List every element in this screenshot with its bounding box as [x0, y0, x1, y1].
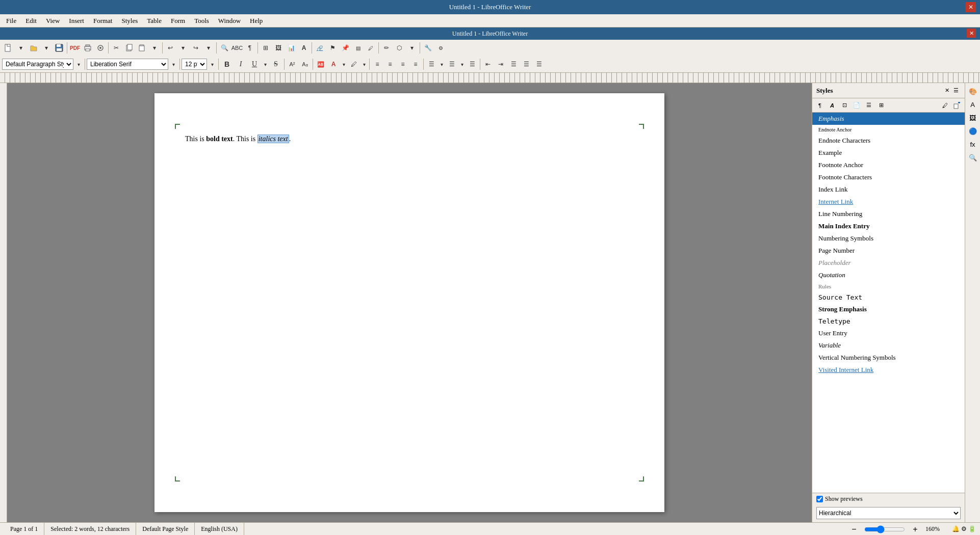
sidebar-find-btn[interactable]: 🔍: [967, 151, 979, 164]
indent-list-decrease[interactable]: ☰: [507, 58, 520, 70]
bookmark-button[interactable]: ⚑: [326, 42, 339, 54]
clear-format-button[interactable]: 🆎: [315, 58, 327, 70]
chart-button[interactable]: 📊: [285, 42, 297, 54]
style-item-endnote-anchor[interactable]: Endnote Anchor: [812, 125, 965, 135]
menu-view[interactable]: View: [42, 16, 64, 26]
doc-close-button[interactable]: ✕: [967, 29, 976, 38]
shapes-dropdown-button[interactable]: ▾: [406, 42, 418, 54]
subscript-button[interactable]: A₂: [299, 58, 311, 70]
doc-area[interactable]: This is bold text. This is italics text.: [7, 83, 812, 522]
style-item-main-index-entry[interactable]: Main Index Entry: [812, 220, 965, 232]
save-button[interactable]: [53, 42, 65, 54]
styles-list-btn[interactable]: ☰: [863, 100, 874, 111]
hyperlink-button[interactable]: 🔗: [314, 42, 326, 54]
para-spacing-button[interactable]: ☰: [533, 58, 545, 70]
styles-character-btn[interactable]: A: [827, 100, 838, 111]
menu-form[interactable]: Form: [167, 16, 189, 26]
copy-button[interactable]: [123, 42, 135, 54]
style-item-teletype[interactable]: Teletype: [812, 315, 965, 327]
menu-styles[interactable]: Styles: [117, 16, 142, 26]
number-list-button[interactable]: ☰: [446, 58, 458, 70]
print-button[interactable]: [82, 42, 94, 54]
menu-window[interactable]: Window: [214, 16, 245, 26]
styles-table-btn[interactable]: ⊞: [875, 100, 887, 111]
style-item-example[interactable]: Example: [812, 147, 965, 159]
font-name-dropdown[interactable]: ▾: [169, 58, 178, 70]
styles-menu-button[interactable]: ☰: [951, 86, 961, 95]
properties-button[interactable]: 🔧: [422, 42, 434, 54]
bold-button[interactable]: B: [220, 58, 234, 70]
underline-dropdown[interactable]: ▾: [262, 58, 269, 70]
number-dropdown[interactable]: ▾: [458, 58, 466, 70]
style-item-rules[interactable]: Rules: [812, 281, 965, 291]
styles-page-btn[interactable]: 📄: [851, 100, 862, 111]
caption-button[interactable]: 🖊: [365, 42, 377, 54]
menu-insert[interactable]: Insert: [65, 16, 88, 26]
underline-button[interactable]: U: [248, 58, 261, 70]
superscript-button[interactable]: A²: [286, 58, 298, 70]
shapes-button[interactable]: ⬡: [393, 42, 405, 54]
undo-dropdown-button[interactable]: ▾: [177, 42, 189, 54]
style-item-index-link[interactable]: Index Link: [812, 183, 965, 196]
sidebar-navigator-btn[interactable]: 🔵: [967, 125, 979, 137]
style-item-endnote-characters[interactable]: Endnote Characters: [812, 135, 965, 147]
menu-tools[interactable]: Tools: [190, 16, 213, 26]
strikethrough-button[interactable]: S: [269, 58, 282, 70]
bullet-list-button[interactable]: ☰: [425, 58, 437, 70]
bullet-dropdown[interactable]: ▾: [438, 58, 445, 70]
style-new-button[interactable]: ▾: [74, 58, 83, 70]
indent-list-increase[interactable]: ☰: [520, 58, 532, 70]
field-button[interactable]: ▤: [352, 42, 364, 54]
highlight-button[interactable]: 🖊: [348, 58, 360, 70]
paste-dropdown-button[interactable]: ▾: [148, 42, 161, 54]
align-center-button[interactable]: ≡: [384, 58, 396, 70]
textbox-button[interactable]: A: [298, 42, 310, 54]
style-item-visited-link[interactable]: Visited Internet Link: [812, 364, 965, 376]
style-item-footnote-anchor[interactable]: Footnote Anchor: [812, 159, 965, 171]
style-item-vertical-numbering[interactable]: Vertical Numbering Symbols: [812, 352, 965, 364]
zoom-slider[interactable]: [864, 526, 905, 532]
table-button[interactable]: ⊞: [260, 42, 272, 54]
styles-filter-dropdown[interactable]: HierarchicalAll StylesApplied StylesCust…: [816, 507, 961, 519]
menu-table[interactable]: Table: [143, 16, 166, 26]
macro-button[interactable]: ⚙: [434, 42, 447, 54]
menu-help[interactable]: Help: [246, 16, 267, 26]
style-item-variable[interactable]: Variable: [812, 339, 965, 352]
sidebar-styles-btn[interactable]: 🎨: [967, 85, 979, 97]
show-previews-checkbox[interactable]: [816, 496, 823, 502]
style-item-source-text[interactable]: Source Text: [812, 291, 965, 303]
indent-increase-button[interactable]: ⇥: [495, 58, 507, 70]
new-dropdown-button[interactable]: ▾: [15, 42, 27, 54]
style-item-placeholder[interactable]: Placeholder: [812, 257, 965, 269]
note-button[interactable]: 📌: [339, 42, 351, 54]
pdf-button[interactable]: PDF: [69, 42, 81, 54]
italic-button[interactable]: I: [234, 58, 247, 70]
align-justify-button[interactable]: ≡: [409, 58, 422, 70]
spell-button[interactable]: ABC: [231, 42, 243, 54]
zoom-out-button[interactable]: −: [848, 523, 860, 536]
highlight-dropdown[interactable]: ▾: [360, 58, 368, 70]
font-color-button[interactable]: A: [327, 58, 340, 70]
toggle-list-button[interactable]: ☰: [466, 58, 478, 70]
open-dropdown-button[interactable]: ▾: [40, 42, 53, 54]
drawing-button[interactable]: ✏: [380, 42, 393, 54]
style-item-quotation[interactable]: Quotation: [812, 269, 965, 281]
show-previews-label[interactable]: Show previews: [825, 495, 863, 503]
font-color-dropdown[interactable]: ▾: [340, 58, 347, 70]
style-item-page-number[interactable]: Page Number: [812, 245, 965, 257]
align-right-button[interactable]: ≡: [397, 58, 409, 70]
align-left-button[interactable]: ≡: [371, 58, 383, 70]
styles-new-btn[interactable]: [951, 100, 963, 111]
sidebar-gallery-btn[interactable]: 🖼: [967, 112, 979, 124]
font-name-select[interactable]: Liberation Serif: [87, 59, 168, 70]
styles-close-button[interactable]: ✕: [942, 86, 951, 95]
open-button[interactable]: [28, 42, 40, 54]
redo-dropdown-button[interactable]: ▾: [202, 42, 215, 54]
left-scrollbar[interactable]: [0, 83, 7, 522]
sidebar-functions-btn[interactable]: fx: [967, 138, 979, 150]
style-item-internet-link[interactable]: Internet Link: [812, 196, 965, 208]
font-size-dropdown[interactable]: ▾: [208, 58, 217, 70]
menu-file[interactable]: File: [2, 16, 20, 26]
style-item-strong-emphasis[interactable]: Strong Emphasis: [812, 303, 965, 315]
cut-button[interactable]: ✂: [110, 42, 122, 54]
